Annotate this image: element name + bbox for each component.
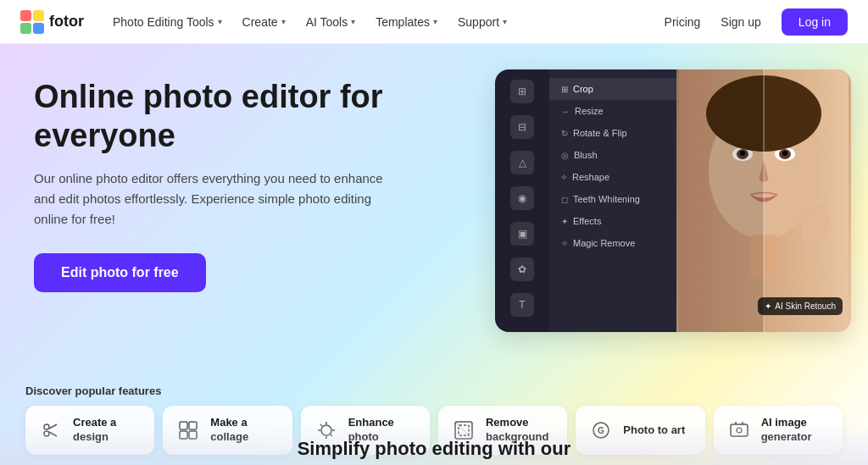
navigation: fotor Photo Editing Tools ▾ Create ▾ AI … <box>0 0 868 44</box>
tool-resize: ↔ Resize <box>549 100 676 122</box>
ai-badge-icon: ✦ <box>765 302 771 311</box>
nav-item-label: Templates <box>376 15 430 29</box>
tool-rotate: ↻ Rotate & Flip <box>549 122 676 144</box>
svg-rect-3 <box>33 23 44 34</box>
nav-templates[interactable]: Templates ▾ <box>367 10 446 34</box>
photo-editor-mock: ⊞ ⊟ △ ◉ ▣ ✿ T ⊞ Crop ↔ Resize ↻ <box>495 69 851 332</box>
chevron-down-icon: ▾ <box>503 17 507 26</box>
crop-icon: ⊞ <box>561 85 568 94</box>
ai-badge-label: AI Skin Retouch <box>775 302 836 311</box>
fotor-logo-icon <box>20 10 44 34</box>
sidebar-grid-icon: ⊞ <box>510 80 534 103</box>
chevron-down-icon: ▾ <box>433 17 437 26</box>
nav-ai-tools[interactable]: AI Tools ▾ <box>298 10 364 34</box>
tool-crop: ⊞ Crop <box>549 78 676 100</box>
sidebar-sticker-icon: ✿ <box>510 257 534 281</box>
sidebar-shape-icon: △ <box>510 151 534 174</box>
svg-rect-0 <box>20 10 31 21</box>
sidebar-text-icon: T <box>510 293 534 317</box>
editor-tools-panel: ⊞ Crop ↔ Resize ↻ Rotate & Flip ◎ Blush … <box>549 69 676 332</box>
hero-title: Online photo editor for everyone <box>34 78 441 155</box>
nav-items: Photo Editing Tools ▾ Create ▾ AI Tools … <box>104 10 665 34</box>
tool-label: Magic Remove <box>573 238 635 248</box>
nav-item-label: Create <box>242 15 278 29</box>
pricing-link[interactable]: Pricing <box>665 15 701 29</box>
teeth-icon: ◻ <box>561 195 568 204</box>
signup-button[interactable]: Sign up <box>710 10 771 34</box>
sidebar-frame-icon: ▣ <box>510 222 534 246</box>
hero-image: ⊞ ⊟ △ ◉ ▣ ✿ T ⊞ Crop ↔ Resize ↻ <box>495 69 851 332</box>
rotate-icon: ↻ <box>561 129 568 138</box>
nav-right: Pricing Sign up Log in <box>665 8 848 36</box>
hero-content: Online photo editor for everyone Our onl… <box>34 78 441 292</box>
chevron-down-icon: ▾ <box>281 17 286 26</box>
effects-icon: ✦ <box>561 217 568 226</box>
chevron-down-icon: ▾ <box>351 17 355 26</box>
resize-icon: ↔ <box>561 107 570 116</box>
svg-rect-15 <box>679 69 764 332</box>
nav-support[interactable]: Support ▾ <box>449 10 515 34</box>
hero-description: Our online photo editor offers everythin… <box>34 169 390 230</box>
tool-effects: ✦ Effects <box>549 210 676 232</box>
logo[interactable]: fotor <box>20 10 84 34</box>
nav-item-label: AI Tools <box>306 15 348 29</box>
nav-photo-editing-tools[interactable]: Photo Editing Tools ▾ <box>104 10 231 34</box>
ai-skin-badge: ✦ AI Skin Retouch <box>758 297 843 315</box>
face-illustration <box>676 69 851 332</box>
svg-rect-2 <box>20 23 31 34</box>
nav-create[interactable]: Create ▾ <box>234 10 294 34</box>
blush-icon: ◎ <box>561 151 569 160</box>
simplify-text: Simplify photo editing with our <box>298 438 571 460</box>
nav-item-label: Support <box>458 15 499 29</box>
chevron-down-icon: ▾ <box>218 17 222 26</box>
tool-label: Resize <box>575 106 604 116</box>
discover-label: Discover popular features <box>25 385 843 397</box>
svg-point-11 <box>782 151 787 156</box>
reshape-icon: ⟡ <box>561 172 567 182</box>
tool-magic-remove: ✧ Magic Remove <box>549 232 676 254</box>
nav-item-label: Photo Editing Tools <box>113 15 214 29</box>
bottom-section: Simplify photo editing with our <box>0 423 868 465</box>
tool-blush: ◎ Blush <box>549 144 676 166</box>
editor-sidebar: ⊞ ⊟ △ ◉ ▣ ✿ T <box>495 69 549 332</box>
cta-button[interactable]: Edit photo for free <box>34 253 206 292</box>
hero-section: Online photo editor for everyone Our onl… <box>0 44 868 465</box>
sidebar-eye-icon: ◉ <box>510 186 534 210</box>
tool-teeth: ◻ Teeth Whitening <box>549 188 676 210</box>
tool-label: Crop <box>573 84 593 94</box>
tool-label: Blush <box>574 150 598 160</box>
tool-label: Teeth Whitening <box>573 194 640 204</box>
login-button[interactable]: Log in <box>782 8 848 36</box>
editor-photo-canvas: ✦ AI Skin Retouch <box>676 69 851 332</box>
tool-reshape: ⟡ Reshape <box>549 166 676 188</box>
tool-label: Reshape <box>572 172 609 182</box>
magic-icon: ✧ <box>561 239 568 248</box>
logo-text: fotor <box>49 13 84 30</box>
tool-label: Rotate & Flip <box>573 128 627 138</box>
sidebar-adjust-icon: ⊟ <box>510 115 534 139</box>
tool-label: Effects <box>573 216 601 226</box>
svg-rect-1 <box>33 10 44 21</box>
